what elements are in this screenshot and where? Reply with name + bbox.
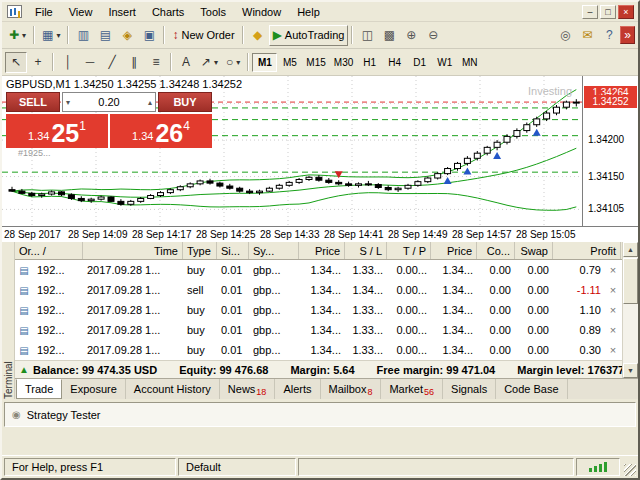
- new-order-button[interactable]: ↕New Order: [168, 25, 238, 46]
- tab-trade[interactable]: Trade: [16, 379, 62, 399]
- candle-body: [88, 199, 94, 200]
- lot-increase-icon[interactable]: ▴: [148, 98, 152, 107]
- column-header-2[interactable]: Type: [183, 242, 217, 259]
- tab-signals[interactable]: Signals: [443, 379, 496, 399]
- status-profile[interactable]: Default: [178, 458, 296, 476]
- trade-row[interactable]: ▤192...2017.09.28 1...buy0.01gbp...1.34.…: [15, 320, 622, 340]
- menu-view[interactable]: View: [61, 4, 101, 20]
- scrollbar-track[interactable]: [623, 304, 638, 363]
- sell-button[interactable]: SELL: [6, 92, 60, 112]
- tab-mailbox[interactable]: Mailbox8: [321, 379, 382, 399]
- timeframe-d1[interactable]: D1: [407, 53, 432, 72]
- menu-window[interactable]: Window: [234, 4, 289, 20]
- text-tool-button[interactable]: A: [175, 52, 197, 73]
- terminal-scrollbar[interactable]: ▲ ▼: [622, 242, 638, 378]
- tab-code-base[interactable]: Code Base: [496, 379, 567, 399]
- tab-alerts[interactable]: Alerts: [275, 379, 320, 399]
- sell-price-display[interactable]: 1.34 25 1: [6, 114, 108, 148]
- trade-row[interactable]: ▤192...2017.09.28 1...buy0.01gbp...1.34.…: [15, 340, 622, 360]
- scroll-down-icon[interactable]: ▼: [623, 363, 638, 378]
- candle-body: [514, 131, 520, 137]
- column-header-7[interactable]: T / P: [387, 242, 431, 259]
- horizontal-line-button[interactable]: ─: [79, 52, 101, 73]
- timeframe-mn[interactable]: MN: [457, 53, 482, 72]
- price-axis[interactable]: 1.342001.341501.341051.342641.34252: [582, 76, 638, 226]
- data-window-button[interactable]: ▤: [94, 25, 116, 46]
- timeframe-h4[interactable]: H4: [382, 53, 407, 72]
- cursor-button[interactable]: ↖: [5, 52, 27, 73]
- menu-help[interactable]: Help: [289, 4, 328, 20]
- chat-button[interactable]: ✉: [576, 25, 598, 46]
- navigator-button[interactable]: ◈: [116, 25, 138, 46]
- tab-account-history[interactable]: Account History: [126, 379, 220, 399]
- new-chart-button[interactable]: ✚▾: [5, 25, 30, 46]
- tab-news[interactable]: News18: [220, 379, 276, 399]
- close-window-button[interactable]: ×: [618, 5, 634, 19]
- crosshair-button[interactable]: +: [27, 52, 49, 73]
- vertical-line-button[interactable]: │: [57, 52, 79, 73]
- zoom-out-button[interactable]: ⊖: [422, 25, 444, 46]
- fibonacci-button[interactable]: ≡: [145, 52, 167, 73]
- close-order-button[interactable]: ×: [605, 344, 621, 356]
- close-order-button[interactable]: ×: [605, 304, 621, 316]
- restore-window-button[interactable]: □: [600, 5, 616, 19]
- close-order-button[interactable]: ×: [605, 324, 621, 336]
- cascade-windows-button[interactable]: ▩: [378, 25, 400, 46]
- column-header-1[interactable]: Time: [83, 242, 183, 259]
- timeframe-m30[interactable]: M30: [330, 53, 357, 72]
- search-button[interactable]: ◎: [554, 25, 576, 46]
- terminal-button[interactable]: ▣: [138, 25, 160, 46]
- resize-grip[interactable]: [622, 458, 636, 476]
- arrows-tool-button[interactable]: ↗▾: [197, 52, 222, 73]
- column-header-11[interactable]: Profit: [553, 242, 621, 259]
- trade-row[interactable]: ▤192...2017.09.28 1...sell0.01gbp...1.34…: [15, 280, 622, 300]
- column-header-0[interactable]: Or... /: [15, 242, 83, 259]
- market-watch-button[interactable]: ▥: [72, 25, 94, 46]
- trade-row[interactable]: ▤192...2017.09.28 1...buy0.01gbp...1.34.…: [15, 300, 622, 320]
- time-axis[interactable]: 28 Sep 201728 Sep 14:0928 Sep 14:1728 Se…: [2, 226, 638, 242]
- column-header-4[interactable]: Sy...: [249, 242, 299, 259]
- column-header-6[interactable]: S / L: [345, 242, 387, 259]
- autotrading-button[interactable]: ▶AutoTrading: [269, 25, 349, 46]
- column-header-5[interactable]: Price: [299, 242, 345, 259]
- zoom-in-button[interactable]: ⊕: [400, 25, 422, 46]
- timeframe-h1[interactable]: H1: [357, 53, 382, 72]
- timeframe-m1[interactable]: M1: [252, 53, 277, 72]
- menu-charts[interactable]: Charts: [144, 4, 192, 20]
- menu-tools[interactable]: Tools: [192, 4, 234, 20]
- close-order-button[interactable]: ×: [605, 264, 621, 276]
- chart-window-icon[interactable]: [7, 5, 22, 18]
- tab-exposure[interactable]: Exposure: [62, 379, 125, 399]
- lot-decrease-icon[interactable]: ▾: [66, 98, 70, 107]
- minimize-window-button[interactable]: –: [582, 5, 598, 19]
- profiles-button[interactable]: ▦▾: [38, 25, 64, 46]
- timeframe-m15[interactable]: M15: [302, 53, 329, 72]
- menu-file[interactable]: File: [27, 4, 61, 20]
- help-button[interactable]: ?: [598, 25, 620, 46]
- scrollbar-thumb[interactable]: [623, 258, 638, 304]
- scroll-up-icon[interactable]: ▲: [623, 242, 638, 257]
- channel-button[interactable]: ∥: [123, 52, 145, 73]
- overflow-chevron-button[interactable]: »: [620, 26, 635, 44]
- chart-plot[interactable]: GBPUSD,M1 1.34250 1.34255 1.34248 1.3425…: [2, 76, 582, 226]
- buy-price-display[interactable]: 1.34 26 4: [110, 114, 212, 148]
- column-header-8[interactable]: Price: [431, 242, 477, 259]
- trendline-button[interactable]: ╱: [101, 52, 123, 73]
- shapes-tool-button[interactable]: ○▾: [222, 52, 244, 73]
- trade-cell-9: 0.00: [477, 264, 515, 276]
- tab-market[interactable]: Market56: [381, 379, 443, 399]
- column-header-3[interactable]: Si...: [217, 242, 249, 259]
- column-header-9[interactable]: Co...: [477, 242, 515, 259]
- metaeditor-button[interactable]: ◆: [247, 25, 269, 46]
- timeframe-m5[interactable]: M5: [277, 53, 302, 72]
- buy-button[interactable]: BUY: [158, 92, 212, 112]
- lot-size-field[interactable]: ▾ 0.20 ▴: [62, 92, 156, 112]
- tile-windows-button[interactable]: ◫: [356, 25, 378, 46]
- menu-insert[interactable]: Insert: [100, 4, 144, 20]
- close-order-button[interactable]: ×: [605, 284, 621, 296]
- timeframe-w1[interactable]: W1: [432, 53, 457, 72]
- column-header-10[interactable]: Swap: [515, 242, 553, 259]
- strategy-tester-bar[interactable]: ◉ Strategy Tester: [4, 402, 636, 427]
- trade-row[interactable]: ▤192...2017.09.28 1...buy0.01gbp...1.34.…: [15, 260, 622, 280]
- terminal-side-strip[interactable]: Terminal: [2, 242, 15, 399]
